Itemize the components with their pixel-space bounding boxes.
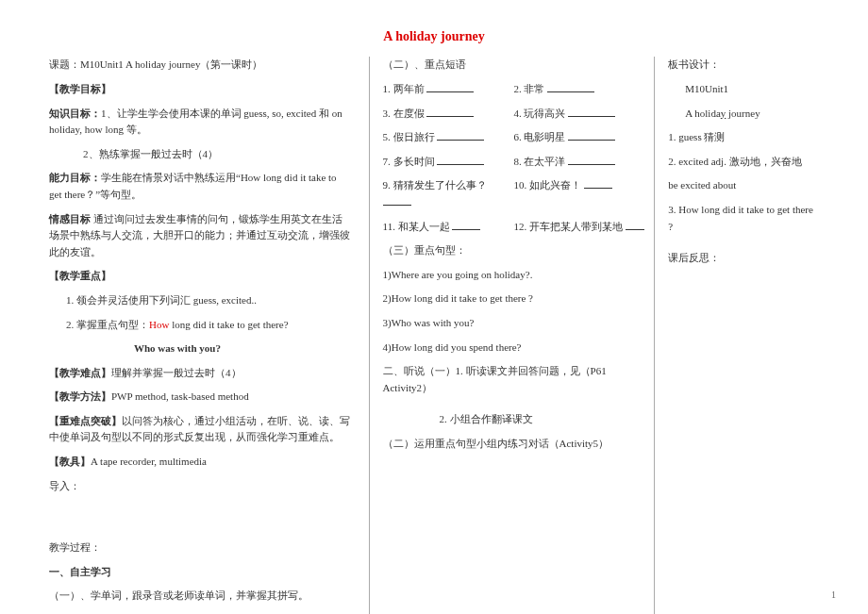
phrase-label: 7. 多长时间: [383, 156, 435, 167]
board-unit: M10Unit1: [668, 81, 819, 98]
phrase-label: 1. 两年前: [383, 83, 425, 94]
board-2: 2. excited adj. 激动地，兴奋地: [668, 154, 819, 171]
sec3-heading: （三）重点句型：: [383, 242, 645, 259]
goal-ability: 能力目标：学生能在情景对话中熟练运用“How long did it take …: [49, 170, 352, 203]
listen-2: 2. 小组合作翻译课文: [383, 411, 645, 428]
three-column-layout: 课题：M10Unit1 A holiday journey（第一课时） 【教学目…: [0, 57, 868, 614]
page-title: A holiday journey: [0, 0, 868, 57]
goal-heading: 【教学目标】: [49, 81, 352, 98]
process: 教学过程：: [49, 539, 352, 556]
sentence-2: 2)How long did it take to get there ?: [383, 290, 645, 307]
blank: [426, 107, 474, 117]
sentence-3: 3)Who was with you?: [383, 315, 645, 332]
keypoint-heading: 【教学重点】: [49, 268, 352, 285]
blank: [452, 220, 480, 230]
board-heading: 板书设计：: [668, 57, 819, 74]
break-heading: 【重难点突破】: [49, 415, 122, 426]
board-4: 3. How long did it take to get there ?: [668, 202, 819, 235]
board-title: A holiday journey: [668, 106, 819, 123]
goal-emotion: 情感目标 通过询问过去发生事情的问句，锻炼学生用英文在生活场景中熟练与人交流，大…: [49, 211, 352, 261]
phrase-row: 9. 猜猜发生了什么事？ 10. 如此兴奋！: [383, 177, 645, 210]
phrase-label: 6. 电影明星: [513, 131, 565, 142]
keypoint-2-pre: 2. 掌握重点句型：: [66, 319, 149, 330]
board-1: 1. guess 猜测: [668, 129, 819, 146]
board-title-pre: A holida: [685, 108, 721, 119]
blank: [568, 107, 615, 117]
column-right: 板书设计： M10Unit1 A holiday journey 1. gues…: [655, 57, 830, 614]
keypoint-2b: Who was with you?: [49, 340, 352, 357]
phrase-row: 1. 两年前 2. 非常: [383, 81, 645, 98]
keypoint-1: 1. 领会并灵活使用下列词汇 guess, excited..: [49, 292, 352, 309]
goal-emotion-text: 通过询问过去发生事情的问句，锻炼学生用英文在生活场景中熟练与人交流，大胆开口的能…: [49, 213, 350, 257]
tool-row: 【教具】A tape recorder, multimedia: [49, 454, 352, 471]
blank: [568, 130, 615, 141]
goal-ability-label: 能力目标：: [49, 172, 101, 183]
blank: [584, 178, 612, 189]
reflect-heading: 课后反思：: [668, 250, 819, 267]
phrase-row: 11. 和某人一起 12. 开车把某人带到某地: [383, 219, 645, 236]
listen-3: （二）运用重点句型小组内练习对话（Activity5）: [383, 436, 645, 453]
phrase-label: 3. 在度假: [383, 108, 425, 119]
keypoint-2-red: How: [149, 319, 169, 330]
method-heading: 【教学方法】: [49, 390, 111, 402]
sentence-1: 1)Where are you going on holiday?.: [383, 267, 645, 284]
sec2-heading: （二）、重点短语: [383, 57, 645, 74]
board-3: be excited about: [668, 177, 819, 194]
phrase-row: 7. 多长时间 8. 在太平洋: [383, 154, 645, 171]
blank: [547, 82, 594, 92]
self-study-heading: 一、自主学习: [49, 564, 352, 581]
phrase-row: 5. 假日旅行 6. 电影明星: [383, 129, 645, 146]
phrase-label: 5. 假日旅行: [383, 131, 435, 142]
blank: [568, 155, 615, 165]
difficulty-heading: 【教学难点】: [49, 367, 111, 378]
phrase-label: 10. 如此兴奋！: [513, 179, 581, 191]
blank: [437, 130, 484, 141]
blank: [626, 220, 644, 230]
goal-knowledge-label: 知识目标：: [49, 108, 101, 119]
blank: [426, 82, 474, 92]
break-row: 【重难点突破】以问答为核心，通过小组活动，在听、说、读、写中使单词及句型以不同的…: [49, 413, 352, 446]
board-title-post: journey: [726, 108, 760, 119]
goal-emotion-label: 情感目标: [49, 213, 91, 224]
column-middle: （二）、重点短语 1. 两年前 2. 非常 3. 在度假 4. 玩得高兴 5. …: [370, 57, 656, 614]
listen-heading: 二、听说（一）1. 听读课文并回答问题，见（P61 Activity2）: [383, 363, 645, 396]
sentence-4: 4)How long did you spend there?: [383, 340, 645, 357]
keypoint-2-post: long did it take to get there?: [169, 319, 288, 330]
method-text: PWP method, task-based method: [111, 390, 249, 402]
column-left: 课题：M10Unit1 A holiday journey（第一课时） 【教学目…: [38, 57, 370, 614]
phrase-label: 9. 猜猜发生了什么事？: [383, 179, 487, 191]
method-row: 【教学方法】PWP method, task-based method: [49, 389, 352, 406]
keypoint-2: 2. 掌握重点句型：How long did it take to get th…: [49, 317, 352, 334]
self-study-1: （一）、学单词，跟录音或老师读单词，并掌握其拼写。: [49, 588, 352, 605]
page-number: 1: [831, 588, 836, 603]
phrase-row: 3. 在度假 4. 玩得高兴: [383, 106, 645, 123]
tool-heading: 【教具】: [49, 456, 91, 467]
blank: [383, 195, 411, 206]
phrase-label: 2. 非常: [513, 83, 544, 94]
goal-knowledge: 知识目标：1、让学生学会使用本课的单词 guess, so, excited 和…: [49, 106, 352, 139]
phrase-label: 4. 玩得高兴: [513, 108, 565, 119]
phrase-label: 12. 开车把某人带到某地: [513, 221, 623, 232]
goal-knowledge-2: 2、熟练掌握一般过去时（4）: [49, 146, 352, 163]
lesson-label: 课题：M10Unit1 A holiday journey（第一课时）: [49, 57, 352, 74]
phrase-label: 8. 在太平洋: [513, 156, 565, 167]
tool-text: A tape recorder, multimedia: [91, 456, 207, 467]
intro: 导入：: [49, 478, 352, 495]
difficulty-text: 理解并掌握一般过去时（4）: [111, 367, 242, 378]
phrase-label: 11. 和某人一起: [383, 221, 450, 232]
blank: [437, 155, 484, 165]
difficulty-row: 【教学难点】理解并掌握一般过去时（4）: [49, 365, 352, 382]
